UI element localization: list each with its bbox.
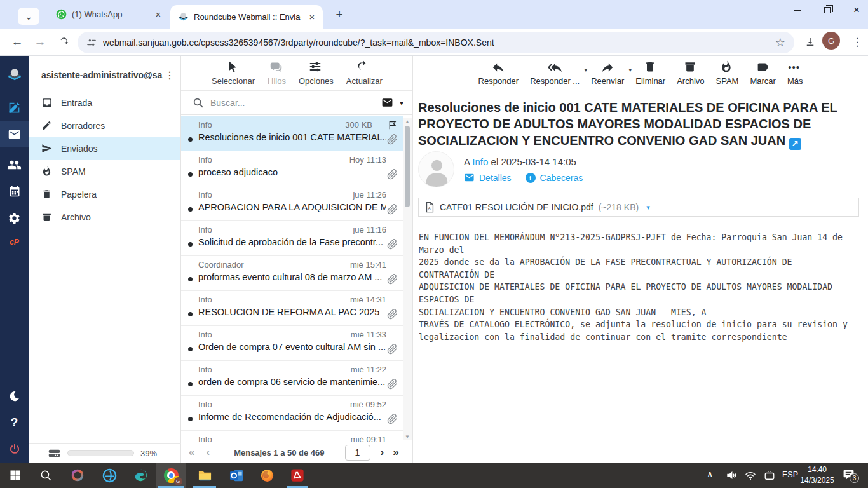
folder-borradores[interactable]: Borradores — [29, 114, 180, 137]
notifications-button[interactable]: 3 — [843, 468, 855, 483]
reply-button[interactable]: Responder — [478, 60, 519, 90]
reply-icon — [491, 60, 505, 74]
refresh-icon — [357, 60, 371, 74]
message-row[interactable]: Infojue 11:26 APROBACION PARA LA ADQUISI… — [181, 186, 403, 221]
scroll-up-icon[interactable]: ▲ — [405, 119, 410, 125]
select-button[interactable]: Seleccionar — [212, 60, 255, 90]
last-page-button[interactable]: » — [393, 446, 398, 459]
taskbar-clock[interactable]: 14:4014/3/2025 — [798, 464, 836, 486]
wifi-icon[interactable] — [745, 470, 756, 482]
message-row[interactable]: Infomié 11:22 orden de compra 06 servici… — [181, 361, 403, 396]
internet-explorer-icon[interactable] — [94, 463, 125, 488]
taskbar-search-button[interactable] — [31, 463, 61, 488]
account-header[interactable]: asistente-administrativo@sa... ⋮ — [29, 61, 181, 89]
message-row[interactable]: Infomié 11:33 Orden de compra 07 evento … — [181, 326, 403, 361]
attachment-size: (~218 KB) — [599, 202, 639, 212]
acrobat-icon[interactable] — [282, 463, 313, 488]
reply-all-button[interactable]: Responder ...▾ — [530, 60, 580, 90]
edge-icon[interactable] — [125, 463, 156, 488]
cpanel-icon[interactable]: cP — [0, 229, 29, 255]
attachment-menu-caret[interactable]: ▾ — [646, 203, 650, 212]
tab-roundcube[interactable]: Roundcube Webmail :: Enviados × — [170, 5, 323, 29]
headers-link[interactable]: iCabeceras — [526, 173, 583, 183]
site-settings-icon[interactable] — [86, 37, 97, 48]
next-page-button[interactable]: › — [381, 446, 384, 459]
browser-menu-button[interactable]: ⋮ — [848, 32, 867, 51]
message-row[interactable]: Infojue 11:16 Solicitud de aprobación de… — [181, 221, 403, 256]
spam-button[interactable]: SPAM — [716, 60, 739, 90]
email-subject: Resoluciones de inicio 001 CATE MATERIAL… — [418, 99, 839, 150]
settings-nav-button[interactable] — [0, 205, 29, 231]
message-row[interactable]: Infomié 09:11 — [181, 431, 403, 442]
options-button[interactable]: Opciones — [299, 60, 334, 90]
message-row[interactable]: InfoHoy 11:13 proceso adjudicaco — [181, 151, 403, 186]
message-row[interactable]: Infomié 14:31 RESOLUCION DE REFORMA AL P… — [181, 291, 403, 326]
calendar-nav-button[interactable] — [0, 178, 29, 205]
forward-caret[interactable]: ▾ — [628, 66, 632, 73]
back-button[interactable]: ← — [8, 32, 27, 51]
window-minimize-button[interactable] — [783, 0, 811, 20]
tab-search-button[interactable]: ⌄ — [18, 8, 39, 25]
tray-expand-chevron[interactable]: ∧ — [707, 469, 713, 479]
threads-button[interactable]: Hilos — [268, 60, 286, 90]
svg-text:A: A — [428, 207, 431, 210]
scroll-down-icon[interactable]: ▼ — [405, 434, 410, 440]
outlook-icon[interactable] — [221, 463, 252, 488]
file-explorer-icon[interactable] — [189, 463, 220, 488]
tab-whatsapp[interactable]: (1) WhatsApp × — [47, 0, 169, 29]
search-options-caret[interactable]: ▾ — [400, 98, 403, 107]
forward-button[interactable]: Reenviar▾ — [591, 60, 624, 90]
scrollbar-thumb[interactable] — [405, 126, 410, 207]
profile-avatar[interactable]: G — [822, 32, 840, 50]
forward-button[interactable]: → — [31, 32, 50, 51]
compose-button[interactable] — [0, 94, 29, 121]
folder-papelera[interactable]: Papelera — [29, 183, 180, 206]
new-tab-button[interactable]: + — [330, 6, 348, 23]
message-row[interactable]: Info300 KB Resoluciones de inicio 001 CA… — [181, 116, 403, 151]
first-page-button[interactable]: « — [189, 446, 194, 459]
close-icon[interactable]: × — [153, 9, 164, 20]
refresh-list-button[interactable]: Actualizar — [346, 60, 383, 90]
search-input[interactable] — [210, 98, 375, 108]
display-connect-icon[interactable] — [764, 470, 775, 482]
window-close-button[interactable]: × — [843, 0, 868, 20]
message-row[interactable]: Coordinadormié 15:41 proformas evento cu… — [181, 256, 403, 291]
help-button[interactable]: ? — [0, 409, 29, 436]
firefox-icon[interactable] — [252, 463, 282, 488]
sender-link[interactable]: Info — [472, 156, 488, 167]
message-row[interactable]: Infomié 09:52 Informe de Recomendación d… — [181, 396, 403, 431]
search-scope-icon[interactable] — [381, 97, 393, 109]
unread-dot — [188, 172, 193, 177]
page-number-input[interactable] — [345, 445, 370, 461]
flag-icon[interactable] — [388, 120, 398, 130]
reply-all-caret[interactable]: ▾ — [584, 66, 587, 73]
downloads-button[interactable] — [801, 32, 820, 51]
omnibox[interactable]: webmail.sanjuan.gob.ec/cpsess3265394567/… — [78, 32, 794, 53]
close-icon[interactable]: × — [306, 11, 318, 23]
logout-button[interactable] — [0, 436, 29, 463]
folder-archivo[interactable]: Archivo — [29, 206, 180, 229]
bookmark-star-icon[interactable]: ☆ — [775, 36, 785, 50]
delete-button[interactable]: Eliminar — [635, 60, 665, 90]
folder-entrada[interactable]: Entrada — [29, 92, 180, 114]
folder-enviados[interactable]: Enviados — [29, 137, 180, 160]
mark-button[interactable]: Marcar — [750, 60, 775, 90]
window-restore-button[interactable] — [813, 0, 841, 20]
chrome-icon[interactable]: G — [156, 463, 186, 488]
folder-spam[interactable]: SPAM — [29, 160, 180, 183]
account-menu-icon[interactable]: ⋮ — [163, 69, 176, 81]
open-external-icon[interactable]: ↗ — [789, 138, 801, 150]
refresh-button[interactable] — [53, 32, 72, 51]
details-link[interactable]: Detalles — [464, 172, 512, 183]
volume-icon[interactable] — [726, 470, 737, 481]
mail-nav-button[interactable] — [0, 121, 29, 147]
more-button[interactable]: •••Más — [787, 60, 803, 90]
copilot-icon[interactable] — [62, 463, 93, 488]
language-indicator[interactable]: ESP — [782, 470, 798, 479]
attachment-row[interactable]: A CATE01 RESOLUCIÓN DE INICIO.pdf (~218 … — [418, 198, 859, 217]
start-button[interactable] — [0, 463, 31, 488]
dark-mode-button[interactable] — [0, 383, 29, 409]
prev-page-button[interactable]: ‹ — [206, 446, 210, 459]
archive-button[interactable]: Archivo — [677, 60, 704, 90]
contacts-nav-button[interactable] — [0, 151, 29, 178]
